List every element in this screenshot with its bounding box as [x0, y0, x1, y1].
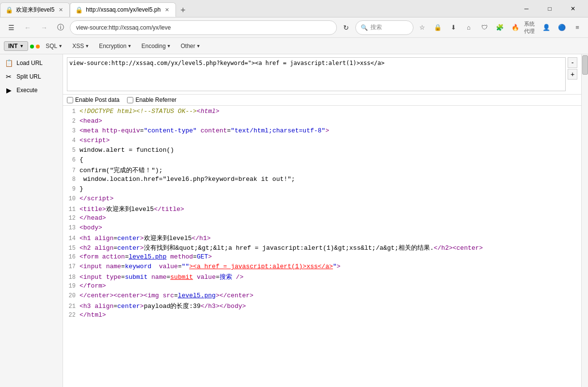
sidebar-item-split-url[interactable]: ✂ Split URL	[0, 70, 63, 83]
ext2-icon[interactable]: 🔵	[555, 21, 569, 34]
code-content: }	[79, 185, 579, 193]
sidebar-item-load-url[interactable]: 📋 Load URL	[0, 56, 63, 70]
table-row: 7confirm("完成的不错！");	[63, 166, 581, 176]
tab2-close-icon[interactable]: ✕	[163, 6, 171, 14]
tab-1[interactable]: 🔒 欢迎来到level5 ✕	[0, 2, 70, 17]
load-url-label: Load URL	[16, 60, 43, 66]
post-checkbox-input[interactable]	[67, 97, 73, 103]
tab1-close-icon[interactable]: ✕	[57, 6, 64, 14]
line-number: 10	[65, 195, 79, 202]
sidebar: 📋 Load URL ✂ Split URL ▶ Execute	[0, 54, 63, 387]
lock-icon[interactable]: 🔒	[431, 21, 445, 34]
line-number: 13	[65, 225, 79, 231]
toolbar: INT ▼ SQL▼ XSS▼ Encryption▼ Encoding▼ Ot…	[0, 38, 588, 54]
sql-dropdown[interactable]: SQL▼	[42, 41, 66, 51]
encoding-dropdown[interactable]: Encoding▼	[138, 41, 175, 51]
sidebar-toggle-button[interactable]: ☰	[4, 20, 18, 35]
table-row: 4<script>	[63, 137, 581, 146]
address-field[interactable]: view-source:http://xssaq.com/yx/leve	[70, 20, 337, 35]
star-icon[interactable]: ☆	[415, 21, 429, 34]
download-icon[interactable]: ⬇	[446, 21, 460, 34]
split-url-label: Split URL	[16, 73, 41, 80]
line-number: 8	[65, 176, 79, 183]
execute-icon: ▶	[4, 86, 14, 94]
code-content: <h2 align=center>没有找到和&quot;&gt;&lt;a hr…	[79, 243, 579, 252]
table-row: 21<h3 align=center>payload的长度:39</h3></b…	[63, 302, 581, 311]
code-content: {	[79, 156, 579, 163]
code-content: <!DOCTYPE html><!--STATUS OK--><html>	[79, 108, 579, 115]
line-number: 18	[65, 274, 79, 281]
code-content: confirm("完成的不错！");	[79, 166, 579, 175]
table-row: 18<input type=submit name=submit value=搜…	[63, 273, 581, 282]
search-box[interactable]: 🔍 搜索	[355, 20, 413, 35]
dot-green	[30, 42, 34, 50]
encryption-dropdown[interactable]: Encryption▼	[95, 41, 136, 51]
tab1-title: 欢迎来到level5	[16, 6, 54, 14]
source-area[interactable]: 1<!DOCTYPE html><!--STATUS OK--><html>2<…	[63, 106, 581, 387]
int-selector[interactable]: INT ▼	[4, 41, 28, 51]
proxy-label[interactable]: 系统代理	[524, 21, 538, 34]
tab2-icon: 🔒	[75, 6, 83, 14]
line-number: 7	[65, 167, 79, 174]
line-number: 17	[65, 263, 79, 270]
address-text: view-source:http://xssaq.com/yx/leve	[76, 24, 171, 31]
encryption-arrow-icon: ▼	[127, 44, 132, 48]
tab-area: 🔒 欢迎来到level5 ✕ 🔒 http://xssaq.com/yx/lev…	[0, 0, 511, 17]
split-url-icon: ✂	[4, 73, 14, 81]
enable-referrer-checkbox[interactable]: Enable Referrer	[127, 97, 176, 103]
minimize-button[interactable]: ─	[515, 1, 538, 16]
line-number: 14	[65, 235, 79, 242]
back-button[interactable]: ←	[20, 20, 35, 35]
maximize-button[interactable]: □	[539, 1, 561, 16]
shield-icon[interactable]: 🛡	[477, 21, 491, 34]
line-number: 21	[65, 303, 79, 310]
url-minus-button[interactable]: -	[568, 57, 577, 68]
home-icon[interactable]: ⌂	[462, 21, 476, 34]
new-tab-button[interactable]: +	[176, 3, 190, 17]
code-content: </script>	[79, 195, 579, 202]
line-number: 4	[65, 137, 79, 144]
sidebar-item-execute[interactable]: ▶ Execute	[0, 83, 63, 97]
enable-referrer-label: Enable Referrer	[135, 97, 176, 103]
url-side-buttons: - +	[568, 57, 577, 80]
line-number: 6	[65, 157, 79, 163]
refresh-button[interactable]: ↻	[339, 20, 353, 35]
line-number: 16	[65, 254, 79, 260]
info-icon[interactable]: ⓘ	[53, 20, 68, 35]
close-button[interactable]: ✕	[562, 1, 584, 16]
extensions-icon[interactable]: 🧩	[493, 21, 507, 34]
table-row: 20</center><center><img src=level5.png><…	[63, 292, 581, 302]
enable-post-checkbox[interactable]: Enable Post data	[67, 97, 119, 103]
checkboxes-row: Enable Post data Enable Referrer	[63, 95, 581, 106]
code-content: <meta http-equiv="content-type" content=…	[79, 127, 579, 134]
forward-button[interactable]: →	[37, 20, 51, 35]
code-content: window.location.href="level6.php?keyword…	[79, 176, 579, 183]
execute-label: Execute	[16, 87, 37, 94]
other-dropdown[interactable]: Other▼	[177, 41, 205, 51]
fire-icon[interactable]: 🔥	[509, 21, 522, 34]
main-container: 📋 Load URL ✂ Split URL ▶ Execute view-so…	[0, 54, 588, 387]
referrer-checkbox-input[interactable]	[127, 97, 133, 103]
window-controls: ─ □ ✕	[511, 1, 588, 16]
table-row: 2<head>	[63, 117, 581, 127]
scrollbar-right[interactable]	[581, 54, 588, 387]
line-number: 12	[65, 215, 79, 222]
menu-icon[interactable]: ≡	[571, 21, 584, 34]
tab-2[interactable]: 🔒 http://xssaq.com/yx/level5.ph ✕	[70, 2, 176, 17]
line-number: 20	[65, 292, 79, 299]
code-content: window.alert = function()	[79, 146, 579, 154]
line-number: 5	[65, 147, 79, 154]
line-number: 3	[65, 128, 79, 134]
table-row: 19</form>	[63, 282, 581, 292]
xss-dropdown[interactable]: XSS▼	[68, 41, 93, 51]
line-number: 2	[65, 118, 79, 125]
other-arrow-icon: ▼	[196, 44, 201, 48]
url-plus-button[interactable]: +	[568, 69, 577, 80]
int-label: INT	[8, 43, 17, 49]
url-input[interactable]: view-source:http://xssaq.com/yx/level5.p…	[67, 57, 566, 91]
tab2-title: http://xssaq.com/yx/level5.ph	[86, 6, 160, 13]
table-row: 5window.alert = function()	[63, 146, 581, 156]
scroll-thumb[interactable]	[582, 55, 588, 75]
user-icon[interactable]: 👤	[540, 21, 553, 34]
addressbar: ☰ ← → ⓘ view-source:http://xssaq.com/yx/…	[0, 17, 588, 38]
